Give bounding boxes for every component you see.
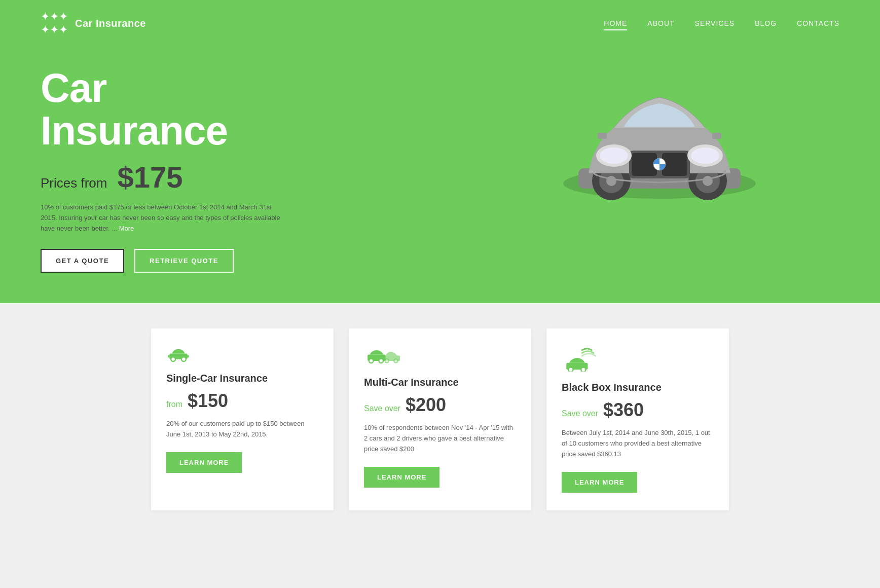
- multi-car-price-value: $200: [406, 394, 446, 416]
- svg-point-22: [182, 358, 185, 361]
- retrieve-quote-button[interactable]: RETRIEVE QUOTE: [134, 249, 234, 273]
- multi-car-price-row: Save over $200: [364, 394, 516, 416]
- logo-icon: ✦✦✦✦✦✦: [41, 10, 68, 36]
- svg-point-32: [386, 360, 388, 362]
- svg-point-20: [171, 358, 174, 361]
- multi-car-price-label: Save over: [364, 404, 400, 413]
- nav-brand[interactable]: ✦✦✦✦✦✦ Car Insurance: [41, 10, 146, 36]
- nav-item-blog[interactable]: BLOG: [755, 19, 777, 28]
- svg-point-27: [370, 359, 373, 362]
- multi-car-icon: [364, 346, 516, 366]
- card-multi-car: Multi-Car Insurance Save over $200 10% o…: [349, 328, 531, 510]
- svg-point-39: [582, 368, 585, 372]
- single-car-learn-more-button[interactable]: LEARN MORE: [166, 452, 242, 473]
- hero-description: 10% of customers paid $175 or less betwe…: [41, 202, 284, 234]
- single-car-title: Single-Car Insurance: [166, 373, 318, 384]
- single-car-icon: [166, 346, 318, 362]
- nav-item-services[interactable]: SERVICES: [695, 19, 735, 28]
- nav-item-contacts[interactable]: CONTACTS: [797, 19, 839, 28]
- multi-car-title: Multi-Car Insurance: [364, 377, 516, 388]
- single-car-description: 20% of our customers paid up to $150 bet…: [166, 419, 318, 440]
- nav-item-about[interactable]: ABOUT: [647, 19, 674, 28]
- single-car-price-label: from: [166, 400, 182, 409]
- cards-section: Single-Car Insurance from $150 20% of ou…: [0, 303, 880, 535]
- nav-links: HOME ABOUT SERVICES BLOG CONTACTS: [604, 19, 839, 28]
- hero-text: Car Insurance Prices from $175 10% of cu…: [41, 62, 480, 273]
- black-box-learn-more-button[interactable]: LEARN MORE: [562, 472, 637, 493]
- single-car-price-value: $150: [188, 390, 228, 412]
- svg-rect-9: [632, 153, 657, 176]
- svg-rect-16: [598, 133, 607, 139]
- multi-car-description: 10% of respondents between Nov '14 - Apr…: [364, 423, 516, 454]
- hero-buttons: GET A QUOTE RETRIEVE QUOTE: [41, 249, 480, 273]
- svg-point-34: [394, 360, 397, 362]
- hero-content: Car Insurance Prices from $175 10% of cu…: [41, 47, 839, 303]
- navbar: ✦✦✦✦✦✦ Car Insurance HOME ABOUT SERVICES…: [41, 0, 839, 47]
- hero-price-row: Prices from $175: [41, 160, 480, 194]
- card-black-box: Black Box Insurance Save over $360 Betwe…: [546, 328, 729, 510]
- hero-car-image: [480, 62, 839, 219]
- nav-item-home[interactable]: HOME: [604, 19, 627, 28]
- svg-rect-24: [186, 355, 189, 358]
- hero-title: Car Insurance: [41, 67, 480, 152]
- hero-price-label: Prices from: [41, 175, 107, 191]
- hero-section: ✦✦✦✦✦✦ Car Insurance HOME ABOUT SERVICES…: [0, 0, 880, 303]
- svg-point-29: [380, 359, 383, 362]
- svg-rect-10: [662, 153, 687, 176]
- black-box-price-row: Save over $360: [562, 399, 714, 421]
- svg-point-7: [703, 176, 713, 186]
- nav-link-about[interactable]: ABOUT: [647, 19, 674, 29]
- card-single-car: Single-Car Insurance from $150 20% of ou…: [151, 328, 334, 510]
- svg-point-13: [600, 148, 628, 164]
- black-box-price-label: Save over: [562, 409, 598, 418]
- single-car-price-row: from $150: [166, 390, 318, 412]
- nav-link-blog[interactable]: BLOG: [755, 19, 777, 29]
- nav-link-home[interactable]: HOME: [604, 19, 627, 30]
- nav-link-services[interactable]: SERVICES: [695, 19, 735, 29]
- hero-price-value: $175: [117, 160, 182, 194]
- brand-name: Car Insurance: [75, 18, 146, 29]
- svg-point-37: [569, 368, 573, 372]
- more-link[interactable]: More: [119, 225, 134, 232]
- black-box-title: Black Box Insurance: [562, 382, 714, 393]
- black-box-icon: [562, 346, 714, 372]
- svg-rect-17: [712, 133, 721, 139]
- nav-link-contacts[interactable]: CONTACTS: [797, 19, 839, 29]
- black-box-description: Between July 1st, 2014 and June 30th, 20…: [562, 428, 714, 459]
- car-illustration: [553, 62, 766, 219]
- svg-point-15: [691, 148, 719, 164]
- get-quote-button[interactable]: GET A QUOTE: [41, 249, 124, 273]
- svg-point-4: [606, 176, 616, 186]
- multi-car-learn-more-button[interactable]: LEARN MORE: [364, 467, 439, 488]
- svg-rect-23: [168, 355, 171, 358]
- black-box-price-value: $360: [603, 399, 644, 421]
